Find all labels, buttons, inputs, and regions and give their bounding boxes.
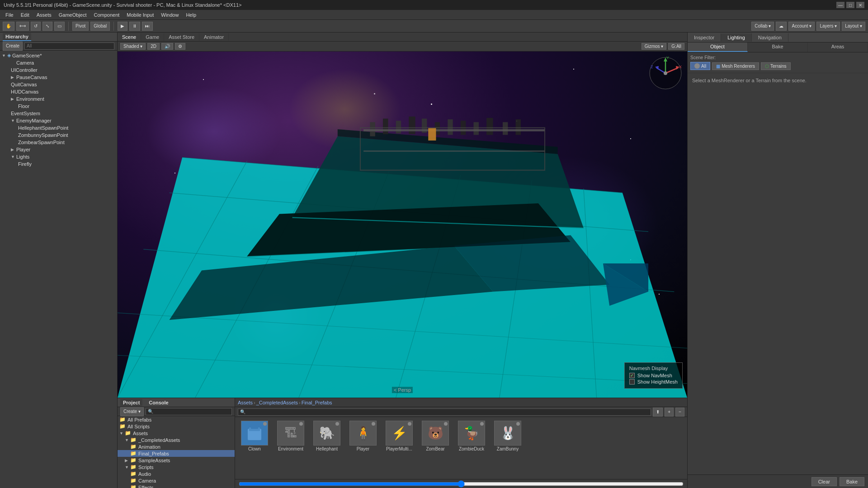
- gizmos-button[interactable]: Gizmos ▾: [642, 43, 667, 50]
- tree-item-hudcanvas[interactable]: HUDCanvas: [0, 88, 117, 95]
- rect-tool[interactable]: ▭: [54, 22, 65, 31]
- menu-assets[interactable]: Assets: [33, 11, 55, 19]
- minimize-button[interactable]: —: [836, 2, 844, 8]
- tree-item-uicontroller[interactable]: UIController: [0, 66, 117, 74]
- proj-item-sampleassets[interactable]: ▶ 📁 SampleAssets: [118, 457, 235, 464]
- close-button[interactable]: ✕: [856, 2, 864, 8]
- menu-file[interactable]: File: [2, 11, 17, 19]
- assets-filter-btn[interactable]: ⬆: [653, 408, 663, 417]
- filter-terrain-btn[interactable]: ⬡ Terrains: [761, 62, 791, 70]
- play-button[interactable]: ▶: [118, 22, 127, 31]
- filter-mesh-btn[interactable]: ▦ Mesh Renderers: [712, 62, 759, 70]
- tree-item-eventsystem[interactable]: EventSystem: [0, 110, 117, 117]
- step-button[interactable]: ⏭: [142, 22, 153, 31]
- tree-item-hellephant[interactable]: HellephantSpawnPoint: [0, 124, 117, 131]
- breadcrumb-assets[interactable]: Assets: [238, 400, 253, 405]
- 2d-button[interactable]: 2D: [147, 43, 160, 50]
- tree-item-enemymanager[interactable]: ▼EnemyManager: [0, 117, 117, 124]
- effects-button[interactable]: ⚙: [175, 43, 185, 50]
- tree-item-camera[interactable]: Camera: [0, 59, 117, 66]
- global-button[interactable]: Global: [90, 22, 110, 31]
- tab-scene[interactable]: Scene: [118, 33, 141, 41]
- hierarchy-search-input[interactable]: [24, 42, 114, 50]
- asset-environment[interactable]: 🏗 Environment: [275, 421, 307, 451]
- maximize-button[interactable]: □: [846, 2, 854, 8]
- account-button[interactable]: Account ▾: [788, 22, 815, 31]
- proj-item-animation[interactable]: 📁 Animation: [118, 443, 235, 450]
- filter-all-button[interactable]: G:All: [668, 43, 684, 50]
- proj-item-scripts[interactable]: ▼ 📁 Scripts: [118, 464, 235, 470]
- tree-item-lights[interactable]: ▼Lights: [0, 153, 117, 160]
- project-create-button[interactable]: Create ▾: [120, 407, 144, 416]
- pivot-button[interactable]: Pivot: [72, 22, 89, 31]
- menu-help[interactable]: Help: [182, 11, 200, 19]
- navmesh-checkbox[interactable]: [629, 373, 635, 378]
- subtab-bake[interactable]: Bake: [748, 42, 808, 52]
- project-search-input[interactable]: [146, 408, 232, 415]
- proj-item-audio[interactable]: 📁 Audio: [118, 470, 235, 477]
- cloud-button[interactable]: ☁: [776, 22, 787, 31]
- scale-tool[interactable]: ⤡: [42, 22, 52, 31]
- asset-zambunny[interactable]: 🐰 ZamBunny: [492, 421, 524, 451]
- layout-button[interactable]: Layout ▾: [842, 22, 865, 31]
- asset-player[interactable]: 🧍 Player: [347, 421, 379, 451]
- layers-button[interactable]: Layers ▾: [816, 22, 840, 31]
- tree-item-zombear[interactable]: ZombearSpawnPoint: [0, 139, 117, 146]
- audio-button[interactable]: 🔊: [161, 43, 173, 50]
- asset-clown[interactable]: Clown: [239, 421, 270, 451]
- proj-item-completedassets[interactable]: ▼ 📁 _CompletedAssets: [118, 436, 235, 443]
- proj-item-effects[interactable]: 📁 Effects: [118, 484, 235, 488]
- tab-animator[interactable]: Animator: [199, 33, 229, 41]
- menu-edit[interactable]: Edit: [17, 11, 33, 19]
- subtab-areas[interactable]: Areas: [808, 42, 868, 52]
- hierarchy-create-button[interactable]: Create: [3, 42, 23, 51]
- proj-item-camera[interactable]: 📁 Camera: [118, 477, 235, 484]
- tree-item-gamescene[interactable]: ▼ ◈ GameScene*: [0, 52, 117, 59]
- assets-remove-btn[interactable]: −: [675, 408, 684, 417]
- asset-zombear[interactable]: 🐻 ZomBear: [420, 421, 451, 451]
- subtab-object[interactable]: Object: [688, 42, 748, 52]
- proj-item-allprefabs[interactable]: 📁 All Prefabs: [118, 416, 235, 423]
- assets-add-btn[interactable]: +: [665, 408, 674, 417]
- asset-playermulti[interactable]: ⚡ PlayerMulti...: [383, 421, 415, 451]
- pause-button[interactable]: ⏸: [129, 22, 140, 31]
- tab-lighting[interactable]: Lighting: [721, 33, 752, 42]
- tree-item-player[interactable]: ▶Player: [0, 146, 117, 153]
- collab-button[interactable]: Collab ▾: [751, 22, 774, 31]
- tab-inspector[interactable]: Inspector: [688, 33, 721, 42]
- rotate-tool[interactable]: ↺: [31, 22, 41, 31]
- tree-item-firefly[interactable]: Firefly: [0, 160, 117, 168]
- tree-item-pausecanvas[interactable]: ▶PauseCanvas: [0, 74, 117, 81]
- tab-game[interactable]: Game: [141, 33, 164, 41]
- hierarchy-tab[interactable]: Hierarchy: [3, 33, 31, 41]
- tab-project[interactable]: Project: [120, 399, 142, 406]
- menu-gameobject[interactable]: GameObject: [55, 11, 90, 19]
- tree-item-floor[interactable]: Floor: [0, 103, 117, 110]
- tree-item-quitcanvas[interactable]: QuitCanvas: [0, 81, 117, 88]
- tab-assetstore[interactable]: Asset Store: [164, 33, 199, 41]
- menu-mobileinput[interactable]: Mobile Input: [123, 11, 157, 19]
- asset-hellephant[interactable]: 🐘 Hellephant: [311, 421, 343, 451]
- tab-navigation[interactable]: Navigation: [752, 33, 788, 42]
- tree-item-zombunny[interactable]: ZombunnySpawnPoint: [0, 131, 117, 139]
- window-controls[interactable]: — □ ✕: [836, 2, 864, 8]
- breadcrumb-completedassets[interactable]: _CompletedAssets: [256, 400, 298, 405]
- tab-console[interactable]: Console: [146, 399, 171, 406]
- bake-button[interactable]: Bake: [840, 477, 864, 486]
- heightmesh-checkbox[interactable]: [629, 379, 635, 385]
- assets-zoom-slider[interactable]: [239, 480, 684, 488]
- hand-tool[interactable]: ✋: [3, 22, 14, 31]
- filter-all-btn[interactable]: All: [690, 62, 710, 70]
- asset-zombieduck[interactable]: 🦆 ZombieDuck: [456, 421, 487, 451]
- shaded-button[interactable]: Shaded ▾: [120, 43, 146, 50]
- clear-button[interactable]: Clear: [811, 477, 837, 486]
- tree-item-environment[interactable]: ▶Environment: [0, 95, 117, 103]
- proj-item-assets[interactable]: ▼ 📁 Assets: [118, 430, 235, 436]
- menu-window[interactable]: Window: [157, 11, 182, 19]
- move-tool[interactable]: ⟷: [16, 22, 29, 31]
- breadcrumb-finalprefabs[interactable]: Final_Prefabs: [302, 400, 332, 405]
- proj-item-allscripts[interactable]: 📁 All Scripts: [118, 423, 235, 430]
- proj-item-finalprefabs[interactable]: 📁 Final_Prefabs: [118, 450, 235, 457]
- assets-search-input[interactable]: [238, 408, 651, 416]
- menu-component[interactable]: Component: [90, 11, 123, 19]
